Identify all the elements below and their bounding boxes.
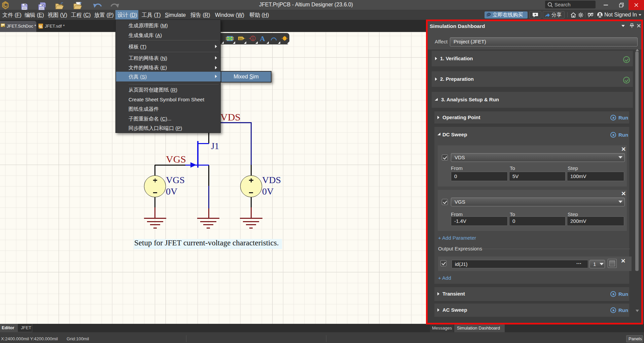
svg-text:D1: D1 [239, 37, 243, 40]
